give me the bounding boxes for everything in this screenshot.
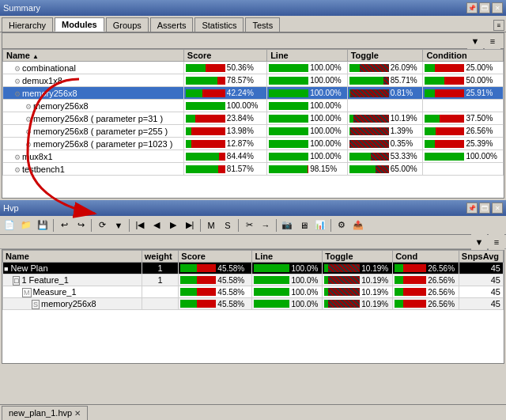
table-row[interactable]: ⚙demux1x8 bbox=[3, 74, 184, 87]
score-cell: 42.24% bbox=[183, 87, 266, 100]
hvp-m-btn[interactable]: M bbox=[203, 218, 219, 233]
list-btn[interactable]: ≡ bbox=[485, 33, 500, 49]
hvp-save-btn[interactable]: 💾 bbox=[35, 218, 51, 233]
hvp-dropdown-btn[interactable]: ▼ bbox=[111, 218, 126, 233]
hvp-line: 100.0% bbox=[252, 263, 323, 274]
hvp-pin-button[interactable]: 📌 bbox=[466, 202, 478, 214]
col-condition: Condition bbox=[423, 50, 504, 62]
table-row[interactable]: ⚙mux8x1 bbox=[3, 150, 184, 163]
bottom-tab-close[interactable]: ✕ bbox=[74, 409, 81, 418]
hvp-table: Name weight Score Line Toggle Cond SnpsA… bbox=[2, 250, 504, 310]
hvp-btn2[interactable]: ◀ bbox=[149, 218, 164, 233]
hvp-weight: 1 bbox=[142, 263, 179, 274]
hvp-btn3[interactable]: ▶ bbox=[165, 218, 181, 233]
hvp-row[interactable]: ■New Plan bbox=[3, 263, 142, 274]
hvp-settings-btn[interactable]: ⚙ bbox=[334, 218, 349, 233]
tab-hierarchy[interactable]: Hierarchy bbox=[2, 17, 53, 32]
hvp-title-buttons: 📌 🗖 ✕ bbox=[466, 202, 503, 214]
tab-groups[interactable]: Groups bbox=[106, 17, 149, 32]
hvp-new-btn[interactable]: 📄 bbox=[2, 218, 17, 233]
hvp-refresh-btn[interactable]: ⟳ bbox=[94, 218, 110, 233]
hvp-s-btn[interactable]: S bbox=[220, 218, 236, 233]
cond-cell: 26.56% bbox=[423, 125, 504, 138]
table-row[interactable]: ⚙memory256x8 ( parameter p=255 ) bbox=[3, 125, 184, 138]
toggle-cell: 0.35% bbox=[347, 138, 423, 150]
line-cell: 100.00% bbox=[267, 138, 348, 150]
toggle-cell: 65.00% bbox=[347, 163, 423, 176]
toggle-cell: 53.33% bbox=[347, 150, 423, 163]
cond-cell bbox=[423, 163, 504, 176]
hvp-col-line: Line bbox=[252, 251, 323, 263]
cond-cell: 100.00% bbox=[423, 150, 504, 163]
score-cell: 23.84% bbox=[183, 112, 266, 125]
cond-cell: 37.50% bbox=[423, 112, 504, 125]
sort-arrow: ▲ bbox=[32, 53, 39, 60]
line-cell: 100.00% bbox=[267, 150, 348, 163]
cond-cell: 25.00% bbox=[423, 62, 504, 74]
hvp-close-button[interactable]: ✕ bbox=[492, 202, 503, 214]
summary-title: Summary bbox=[3, 3, 40, 13]
line-cell: 100.00% bbox=[267, 125, 348, 138]
close-button[interactable]: ✕ bbox=[492, 2, 503, 13]
table-row[interactable]: ⚙memory256x8 ( parameter p=31 ) bbox=[3, 112, 184, 125]
hvp-cut-btn[interactable]: ✂ bbox=[241, 218, 257, 233]
bottom-tab-label: new_plan_1.hvp bbox=[9, 408, 72, 418]
tab-modules[interactable]: Modules bbox=[55, 17, 104, 32]
hvp-filter-btn[interactable]: ▼ bbox=[471, 234, 487, 250]
hvp-score: 45.58% bbox=[179, 298, 252, 310]
table-row[interactable]: ⚙combinational bbox=[3, 62, 184, 74]
col-toggle: Toggle bbox=[347, 50, 423, 62]
hvp-row[interactable]: □1 Feature_1 bbox=[3, 274, 142, 286]
hvp-chart-btn[interactable]: 📊 bbox=[312, 218, 328, 233]
col-line: Line bbox=[267, 50, 348, 62]
hvp-col-weight: weight bbox=[142, 251, 179, 263]
hvp-toggle: 10.19% bbox=[323, 286, 393, 298]
hvp-btn4[interactable]: ▶| bbox=[182, 218, 198, 233]
hvp-row[interactable]: MMeasure_1 bbox=[3, 286, 142, 298]
tab-tests[interactable]: Tests bbox=[245, 17, 280, 32]
summary-table: Name ▲ Score Line Toggle Condition ⚙comb… bbox=[2, 49, 504, 176]
pin-button[interactable]: 📌 bbox=[466, 2, 478, 13]
hvp-redo-btn[interactable]: ↪ bbox=[73, 218, 89, 233]
line-cell: 100.00% bbox=[267, 62, 348, 74]
toggle-cell: 1.39% bbox=[347, 125, 423, 138]
hvp-btn1[interactable]: |◀ bbox=[132, 218, 148, 233]
hvp-open-btn[interactable]: 📁 bbox=[18, 218, 34, 233]
toggle-cell: 10.19% bbox=[347, 112, 423, 125]
bottom-tab-bar: new_plan_1.hvp ✕ bbox=[0, 404, 506, 420]
line-cell: 100.00% bbox=[267, 112, 348, 125]
score-cell: 81.57% bbox=[183, 163, 266, 176]
hvp-snps: 45 bbox=[459, 298, 503, 310]
summary-table-scroll[interactable]: Name ▲ Score Line Toggle Condition ⚙comb… bbox=[2, 49, 504, 198]
hvp-undo-btn[interactable]: ↩ bbox=[56, 218, 72, 233]
toggle-cell: 85.71% bbox=[347, 74, 423, 87]
hvp-toolbar: 📄 📁 💾 ↩ ↪ ⟳ ▼ |◀ ◀ ▶ ▶| M S ✂ → 📷 🖥 📊 bbox=[0, 216, 506, 235]
line-cell: 98.15% bbox=[267, 163, 348, 176]
hvp-col-score: Score bbox=[179, 251, 252, 263]
col-score: Score bbox=[183, 50, 266, 62]
hvp-snps: 45 bbox=[459, 274, 503, 286]
hvp-line: 100.0% bbox=[252, 286, 323, 298]
tab-statistics[interactable]: Statistics bbox=[194, 17, 244, 32]
hvp-export-btn[interactable]: 📤 bbox=[350, 218, 366, 233]
maximize-button[interactable]: 🗖 bbox=[479, 2, 490, 13]
hvp-toggle: 10.19% bbox=[323, 298, 393, 310]
bottom-tab-hvp[interactable]: new_plan_1.hvp ✕ bbox=[2, 406, 88, 420]
hvp-monitor-btn[interactable]: 🖥 bbox=[296, 218, 312, 233]
hvp-score: 45.58% bbox=[179, 286, 252, 298]
hvp-table-scroll[interactable]: Name weight Score Line Toggle Cond SnpsA… bbox=[2, 250, 504, 364]
hvp-col-name: Name bbox=[3, 251, 142, 263]
hvp-row[interactable]: Smemory256x8 bbox=[3, 298, 142, 310]
summary-menu-button[interactable]: ≡ bbox=[493, 20, 504, 31]
tab-asserts[interactable]: Asserts bbox=[150, 17, 194, 32]
hvp-camera-btn[interactable]: 📷 bbox=[279, 218, 295, 233]
menu-btn[interactable]: ▼ bbox=[467, 33, 483, 49]
hvp-maximize-button[interactable]: 🗖 bbox=[479, 202, 490, 214]
hvp-cond: 26.56% bbox=[393, 274, 459, 286]
table-row[interactable]: ⚙testbench1 bbox=[3, 163, 184, 176]
table-row[interactable]: ⚙memory256x8 ( parameter p=1023 ) bbox=[3, 138, 184, 150]
hvp-col-btn[interactable]: ≡ bbox=[489, 234, 504, 250]
hvp-fwd-btn[interactable]: → bbox=[258, 218, 274, 233]
table-row[interactable]: ⚙memory256x8 bbox=[3, 87, 184, 100]
table-row[interactable]: ⚙memory256x8 bbox=[3, 100, 184, 112]
